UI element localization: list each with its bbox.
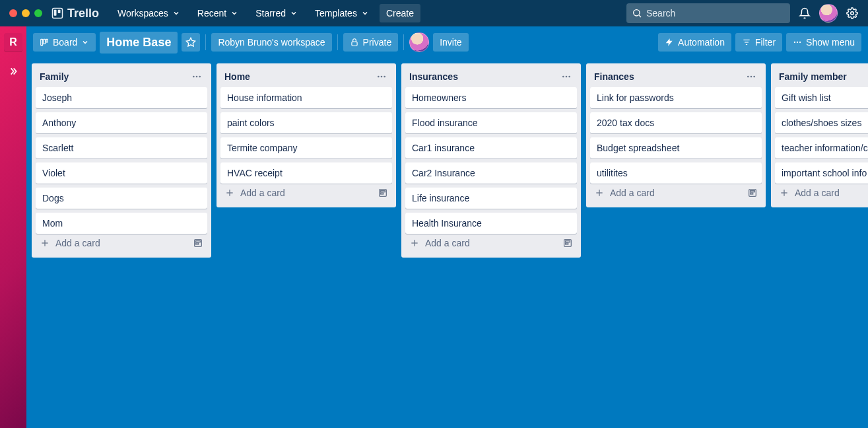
list-card[interactable]: Budget spreadsheet (590, 137, 762, 159)
list-card[interactable]: important school info (775, 162, 868, 184)
list-card[interactable]: Mom (36, 213, 207, 234)
add-card-button[interactable]: Add a card (405, 234, 577, 252)
rail-expand-button[interactable] (8, 66, 18, 77)
svg-point-25 (378, 76, 380, 78)
window-close-button[interactable] (9, 9, 17, 17)
list-menu-button[interactable] (375, 70, 388, 83)
list-header: Insurances (405, 67, 577, 87)
filter-button[interactable]: Filter (735, 33, 782, 52)
filter-label: Filter (755, 37, 776, 48)
workspace-tile[interactable]: R (4, 33, 22, 52)
create-from-template-button[interactable] (747, 188, 758, 198)
create-from-template-button[interactable] (562, 238, 573, 248)
list-title[interactable]: Home (224, 71, 250, 82)
nav-create[interactable]: Create (380, 4, 420, 22)
list-card[interactable]: Life insurance (405, 188, 577, 209)
nav-starred[interactable]: Starred (249, 4, 304, 22)
list-card[interactable]: 2020 tax docs (590, 112, 762, 133)
account-avatar[interactable] (819, 4, 838, 22)
automation-button[interactable]: Automation (658, 33, 731, 52)
list-card[interactable]: Homeowners (405, 87, 577, 108)
list-card[interactable]: Termite company (220, 137, 392, 159)
create-from-template-button[interactable] (378, 188, 388, 198)
bell-icon (799, 7, 811, 19)
nav-workspaces-label: Workspaces (117, 8, 168, 18)
list-title[interactable]: Family member (779, 71, 847, 82)
svg-point-27 (384, 76, 385, 78)
window-zoom-button[interactable] (34, 9, 42, 17)
divider (205, 34, 206, 50)
add-card-button[interactable]: Add a card (775, 184, 868, 202)
list-menu-button[interactable] (190, 70, 203, 83)
list-card[interactable]: Joseph (36, 87, 207, 108)
board-view-label: Board (53, 37, 77, 48)
svg-point-3 (634, 10, 640, 16)
chevron-down-icon (81, 38, 89, 46)
nav-workspaces[interactable]: Workspaces (111, 4, 187, 22)
filter-icon (742, 38, 751, 47)
svg-point-26 (381, 76, 383, 78)
list-card[interactable]: Car1 insurance (405, 137, 577, 159)
svg-point-42 (751, 76, 752, 78)
nav-templates[interactable]: Templates (308, 4, 376, 22)
app-logo[interactable]: Trello (51, 7, 99, 20)
svg-point-43 (753, 76, 755, 78)
list-card[interactable]: Scarlett (36, 137, 207, 159)
visibility-button[interactable]: Private (343, 33, 399, 52)
list-card[interactable]: HVAC receipt (220, 162, 392, 184)
list-card[interactable]: Anthony (36, 112, 207, 133)
svg-point-14 (794, 42, 795, 43)
plus-icon (594, 188, 605, 198)
settings-button[interactable] (842, 3, 863, 24)
list-title[interactable]: Insurances (409, 71, 458, 82)
board-title-text: Home Base (106, 36, 171, 50)
list-card[interactable]: teacher information/contact (775, 137, 868, 159)
board-canvas[interactable]: FamilyJosephAnthonyScarlettVioletDogsMom… (26, 58, 868, 428)
dots-horizontal-icon (191, 71, 202, 82)
list-card[interactable]: Link for passwords (590, 87, 762, 108)
svg-rect-1 (54, 10, 57, 16)
list-card[interactable]: clothes/shoes sizes (775, 112, 868, 133)
svg-rect-39 (566, 241, 570, 242)
list-menu-button[interactable] (560, 70, 573, 83)
board-member-avatar[interactable] (409, 32, 429, 52)
show-menu-button[interactable]: Show menu (786, 33, 861, 52)
list-title[interactable]: Family (40, 71, 69, 82)
list-card[interactable]: Gift wish list (775, 87, 868, 108)
star-board-button[interactable] (182, 33, 200, 52)
workspace-link[interactable]: Robyn Bruno's workspace (211, 33, 331, 52)
add-card-button[interactable]: Add a card (590, 184, 762, 202)
list-menu-button[interactable] (745, 70, 758, 83)
list-card[interactable]: utilitites (590, 162, 762, 184)
card-list: House informationpaint colorsTermite com… (220, 87, 392, 184)
nav-recent[interactable]: Recent (191, 4, 245, 22)
chevron-down-icon (361, 9, 369, 17)
list-card[interactable]: Health Insurance (405, 213, 577, 234)
add-card-button[interactable]: Add a card (36, 234, 207, 252)
gear-icon (846, 7, 858, 19)
search[interactable] (626, 3, 790, 23)
svg-point-19 (199, 76, 201, 78)
list-header: Family (36, 67, 207, 87)
add-card-label: Add a card (55, 238, 100, 248)
notifications-button[interactable] (794, 3, 815, 24)
workspace-name: Robyn Bruno's workspace (218, 37, 325, 48)
list-card[interactable]: House information (220, 87, 392, 108)
card-list: Gift wish listclothes/shoes sizesteacher… (775, 87, 868, 184)
list-card[interactable]: Dogs (36, 188, 207, 209)
list-card[interactable]: Violet (36, 162, 207, 184)
board-view-switcher[interactable]: Board (33, 33, 96, 52)
list-card[interactable]: paint colors (220, 112, 392, 133)
search-input[interactable] (646, 8, 790, 18)
list-title[interactable]: Finances (594, 71, 634, 82)
svg-rect-8 (46, 39, 48, 42)
svg-rect-47 (751, 191, 755, 192)
board-title[interactable]: Home Base (100, 32, 178, 54)
create-from-template-button[interactable] (193, 238, 203, 248)
invite-button[interactable]: Invite (433, 33, 468, 52)
list-card[interactable]: Car2 Insurance (405, 162, 577, 184)
trello-logo-icon (51, 7, 63, 19)
add-card-button[interactable]: Add a card (220, 184, 392, 202)
list-card[interactable]: Flood insurance (405, 112, 577, 133)
window-minimize-button[interactable] (22, 9, 30, 17)
